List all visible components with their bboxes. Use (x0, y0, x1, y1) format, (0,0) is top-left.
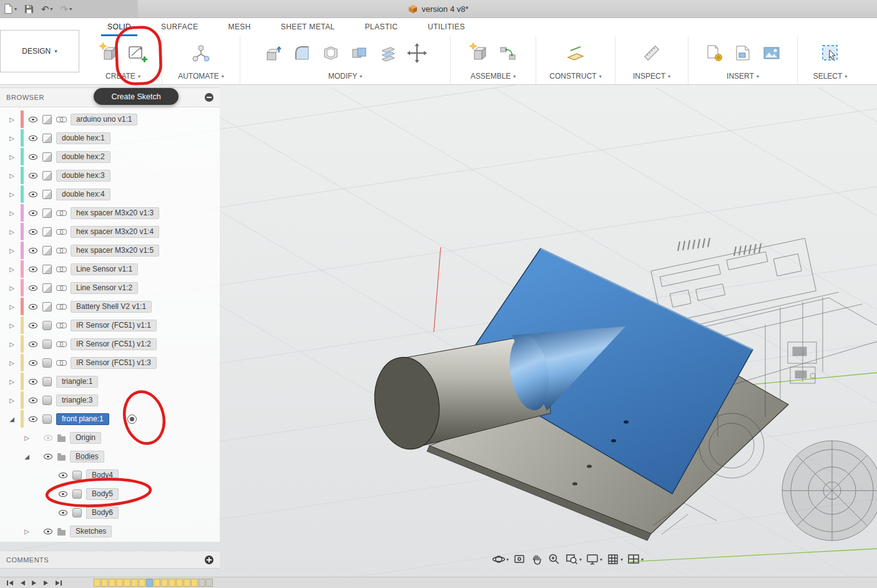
tab-utilities[interactable]: UTILITIES (413, 17, 480, 36)
measure-icon[interactable] (639, 39, 665, 67)
expander-icon[interactable]: ▷ (7, 285, 16, 292)
browser-row[interactable]: ▷Origin (0, 428, 220, 447)
browser-row[interactable]: ▷Line Sensor v1:2 (0, 278, 220, 297)
tab-sheet-metal[interactable]: SHEET METAL (266, 17, 350, 36)
expander-icon[interactable]: ▷ (7, 191, 16, 198)
item-label[interactable]: IR Sensor (FC51) v1:2 (71, 338, 157, 350)
visibility-eye-icon[interactable] (28, 133, 38, 143)
expander-icon[interactable]: ◢ (7, 416, 16, 423)
fillet-icon[interactable] (289, 39, 315, 67)
offset-plane-icon[interactable] (375, 39, 401, 67)
visibility-eye-icon[interactable] (43, 433, 53, 443)
canvas-icon[interactable] (758, 39, 785, 67)
visibility-eye-icon[interactable] (28, 414, 38, 424)
decal-icon[interactable] (730, 39, 756, 67)
visibility-eye-icon[interactable] (58, 507, 68, 517)
item-label[interactable]: Battery Shell V2 v1:1 (71, 301, 152, 313)
browser-row[interactable]: ◢Bodies (0, 447, 220, 466)
browser-row[interactable]: ▷double hex:3 (0, 166, 220, 185)
item-label[interactable]: arduino uno v1:1 (71, 114, 137, 125)
assemble-menu-button[interactable]: ASSEMBLE▾ (471, 70, 516, 82)
expander-icon[interactable]: ▷ (7, 135, 16, 142)
visibility-eye-icon[interactable] (58, 470, 68, 480)
shell-icon[interactable] (318, 39, 344, 67)
timeline-feature-tile[interactable] (184, 579, 190, 587)
timeline-feature-tile[interactable] (176, 579, 183, 587)
insert-menu-button[interactable]: INSERT▾ (727, 70, 759, 82)
item-label[interactable]: triangle:1 (56, 376, 98, 388)
visibility-eye-icon[interactable] (28, 245, 38, 255)
timeline-feature-tile[interactable] (154, 579, 160, 587)
expander-icon[interactable]: ▷ (22, 434, 31, 441)
visibility-eye-icon[interactable] (28, 376, 38, 386)
expander-icon[interactable]: ▷ (7, 228, 16, 235)
expander-icon[interactable]: ▷ (7, 210, 16, 217)
press-pull-icon[interactable] (260, 39, 287, 67)
visibility-eye-icon[interactable] (43, 451, 53, 461)
expander-icon[interactable]: ▷ (7, 116, 16, 123)
select-menu-button[interactable]: SELECT▾ (813, 70, 848, 82)
timeline-feature-tile[interactable] (116, 579, 123, 587)
joint-icon[interactable] (494, 39, 521, 67)
automate-icon[interactable] (188, 39, 214, 67)
browser-row[interactable]: ▷arduino uno v1:1 (0, 110, 220, 129)
item-label[interactable]: double hex:2 (56, 151, 110, 163)
visibility-eye-icon[interactable] (28, 264, 38, 274)
viewports-tool[interactable]: ▾ (627, 552, 644, 566)
combine-icon[interactable] (346, 39, 373, 67)
create-sketch-button[interactable] (124, 39, 150, 67)
activate-component-radio[interactable] (127, 414, 137, 424)
expander-icon[interactable]: ▷ (7, 397, 16, 404)
browser-row[interactable]: Body5 (0, 484, 220, 503)
visibility-eye-icon[interactable] (28, 227, 38, 237)
item-label[interactable]: Line Sensor v1:2 (71, 282, 138, 294)
assemble-new-component-icon[interactable] (466, 39, 492, 67)
browser-row[interactable]: ▷double hex:2 (0, 147, 220, 166)
browser-row[interactable]: ▷double hex:1 (0, 129, 220, 147)
expander-icon[interactable]: ▷ (7, 322, 16, 329)
timeline-feature-tile[interactable] (139, 579, 145, 587)
visibility-eye-icon[interactable] (28, 320, 38, 330)
tab-solid[interactable]: SOLID (92, 17, 146, 36)
visibility-eye-icon[interactable] (28, 395, 38, 405)
browser-row[interactable]: Body6 (0, 503, 220, 522)
timeline-feature-tile[interactable] (109, 579, 115, 587)
timeline-feature-tile[interactable] (191, 579, 198, 587)
comments-bar[interactable]: COMMENTS (0, 551, 220, 569)
browser-row[interactable]: ◢front plane:1 (0, 409, 220, 428)
item-label[interactable]: double hex:3 (56, 170, 110, 182)
inspect-menu-button[interactable]: INSPECT▾ (633, 70, 670, 82)
go-to-end-button[interactable] (55, 580, 62, 586)
zoom-tool[interactable] (547, 552, 561, 566)
browser-row[interactable]: ▷hex spacer M3x20 v1:5 (0, 241, 220, 260)
expander-icon[interactable]: ▷ (7, 247, 16, 254)
expander-icon[interactable]: ◢ (22, 453, 31, 460)
step-back-button[interactable] (19, 580, 26, 586)
go-to-start-button[interactable] (6, 580, 14, 586)
expander-icon[interactable]: ▷ (7, 266, 16, 273)
visibility-eye-icon[interactable] (28, 189, 38, 199)
visibility-eye-icon[interactable] (28, 114, 38, 124)
browser-row[interactable]: ▷IR Sensor (FC51) v1:2 (0, 335, 220, 353)
visibility-eye-icon[interactable] (28, 170, 38, 180)
item-label[interactable]: Bodies (70, 451, 104, 463)
item-label[interactable]: front plane:1 (56, 413, 109, 425)
timeline-feature-tile[interactable] (101, 579, 108, 587)
expander-icon[interactable]: ▷ (22, 528, 31, 535)
timeline-feature-tile[interactable] (206, 579, 213, 587)
visibility-eye-icon[interactable] (58, 489, 68, 499)
expander-icon[interactable]: ▷ (7, 360, 16, 366)
tab-plastic[interactable]: PLASTIC (350, 17, 413, 36)
browser-row[interactable]: ▷Line Sensor v1:1 (0, 260, 220, 278)
timeline-feature-tile[interactable] (161, 579, 168, 587)
item-label[interactable]: Body6 (86, 507, 119, 519)
construct-plane-icon[interactable] (562, 39, 589, 67)
browser-row[interactable]: ▷triangle:1 (0, 372, 220, 391)
tab-surface[interactable]: SURFACE (146, 17, 213, 36)
expander-icon[interactable]: ▷ (7, 172, 16, 179)
orbit-tool[interactable]: ▾ (492, 552, 509, 566)
browser-row[interactable]: ▷hex spacer M3x20 v1:3 (0, 203, 220, 222)
item-label[interactable]: Sketches (70, 526, 112, 537)
look-at-tool[interactable] (512, 552, 526, 566)
modify-menu-button[interactable]: MODIFY▾ (328, 70, 363, 82)
